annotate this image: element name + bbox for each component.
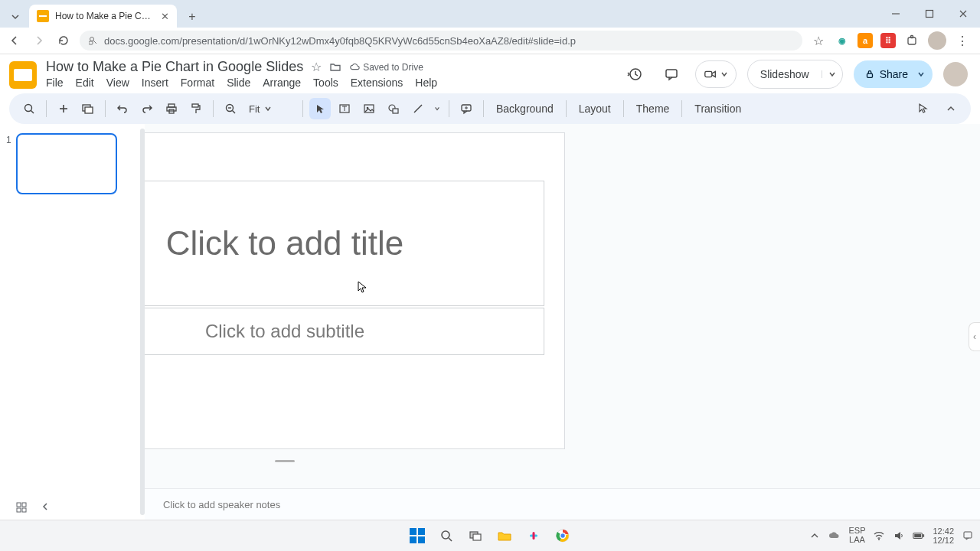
window-minimize[interactable] <box>879 0 913 28</box>
tab-close-icon[interactable]: ✕ <box>161 11 169 21</box>
url-text: docs.google.com/presentation/d/1wOrNKy12… <box>104 35 576 47</box>
menu-edit[interactable]: Edit <box>76 77 94 89</box>
extension-a[interactable]: a <box>858 33 873 48</box>
svg-rect-36 <box>22 503 26 507</box>
layout-button[interactable]: Layout <box>573 103 617 115</box>
menu-format[interactable]: Format <box>181 77 214 89</box>
clock[interactable]: 12:42 12/12 <box>933 527 954 545</box>
slide-canvas-area[interactable]: Click to add title Click to add subtitle <box>145 124 980 488</box>
slides-header: How to Make a Pie Chart in Google Slides… <box>0 54 980 89</box>
undo-button[interactable] <box>112 98 133 119</box>
file-explorer-icon[interactable] <box>495 526 514 546</box>
svg-rect-38 <box>22 508 26 512</box>
account-avatar[interactable] <box>943 62 968 86</box>
slideshow-button[interactable]: Slideshow <box>747 60 843 89</box>
svg-rect-30 <box>393 109 398 113</box>
slack-icon[interactable] <box>524 526 544 546</box>
zoom-tool-button[interactable] <box>220 98 241 119</box>
menu-arrange[interactable]: Arrange <box>263 77 301 89</box>
new-tab-button[interactable]: + <box>181 6 203 28</box>
background-button[interactable]: Background <box>490 103 560 115</box>
textbox-tool[interactable] <box>334 98 355 119</box>
save-status[interactable]: Saved to Drive <box>349 62 423 73</box>
menu-view[interactable]: View <box>106 77 129 89</box>
meet-button[interactable] <box>695 60 737 88</box>
svg-rect-8 <box>666 70 677 77</box>
notes-resize-handle[interactable] <box>275 460 295 462</box>
extension-red[interactable]: ⠿ <box>880 33 896 48</box>
tray-overflow-icon[interactable] <box>808 530 821 542</box>
tab-search-dropdown[interactable] <box>5 6 26 28</box>
task-view-icon[interactable] <box>466 526 485 546</box>
slide[interactable]: Click to add title Click to add subtitle <box>145 133 564 448</box>
side-panel-toggle[interactable]: ‹ <box>969 322 980 351</box>
taskbar-search-icon[interactable] <box>436 526 456 546</box>
menu-bar: File Edit View Insert Format Slide Arran… <box>46 77 437 89</box>
svg-rect-42 <box>473 534 481 540</box>
nav-reload[interactable] <box>55 32 72 49</box>
redo-button[interactable] <box>136 98 158 119</box>
window-maximize[interactable] <box>913 0 946 28</box>
image-tool[interactable] <box>358 98 380 119</box>
move-folder-icon[interactable] <box>329 61 341 73</box>
star-icon[interactable]: ☆ <box>311 60 322 74</box>
start-button[interactable] <box>407 526 427 546</box>
bookmark-star-icon[interactable]: ☆ <box>810 32 827 49</box>
new-slide-layout-dropdown[interactable] <box>77 98 99 119</box>
browser-tab[interactable]: How to Make a Pie Chart in Go... ✕ <box>29 5 177 28</box>
slide-thumbnail[interactable] <box>16 133 117 194</box>
chrome-icon[interactable] <box>553 526 573 546</box>
grid-view-icon[interactable] <box>15 501 28 514</box>
share-button[interactable]: Share <box>854 60 933 88</box>
menu-insert[interactable]: Insert <box>142 77 168 89</box>
zoom-dropdown[interactable]: Fit <box>244 103 296 115</box>
site-info-icon <box>89 36 98 45</box>
menu-help[interactable]: Help <box>415 77 437 89</box>
slideshow-dropdown[interactable] <box>822 70 842 78</box>
speaker-notes[interactable]: Click to add speaker notes <box>145 488 980 520</box>
search-menus-icon[interactable] <box>18 98 40 119</box>
title-placeholder[interactable]: Click to add title <box>145 181 544 306</box>
comment-tool[interactable] <box>456 98 477 119</box>
chrome-profile-avatar[interactable] <box>928 31 946 50</box>
svg-rect-35 <box>17 503 21 507</box>
version-history-icon[interactable] <box>622 61 648 87</box>
menu-extensions[interactable]: Extensions <box>351 77 403 89</box>
subtitle-placeholder[interactable]: Click to add subtitle <box>145 308 544 355</box>
chrome-menu-icon[interactable]: ⋮ <box>954 32 971 49</box>
svg-rect-6 <box>911 36 913 38</box>
line-tool[interactable] <box>407 98 429 119</box>
volume-icon[interactable] <box>893 530 905 542</box>
filmstrip-collapse-icon[interactable] <box>41 501 49 514</box>
line-tool-dropdown[interactable] <box>432 98 443 119</box>
nav-back[interactable] <box>6 32 23 49</box>
extensions-icon[interactable] <box>903 32 920 49</box>
share-dropdown[interactable] <box>917 70 925 78</box>
keyboard-layout[interactable]: LAA <box>849 536 865 545</box>
new-slide-button[interactable] <box>53 98 74 119</box>
battery-icon[interactable] <box>913 530 925 542</box>
select-tool[interactable] <box>309 98 331 119</box>
shape-tool[interactable] <box>383 98 404 119</box>
wifi-icon[interactable] <box>873 530 885 542</box>
menu-file[interactable]: File <box>46 77 64 89</box>
doc-title[interactable]: How to Make a Pie Chart in Google Slides <box>46 59 303 75</box>
comments-icon[interactable] <box>658 61 684 87</box>
menu-slide[interactable]: Slide <box>227 77 250 89</box>
transition-button[interactable]: Transition <box>688 103 747 115</box>
address-bar[interactable]: docs.google.com/presentation/d/1wOrNKy12… <box>80 31 802 51</box>
notifications-icon[interactable] <box>962 530 974 542</box>
menu-tools[interactable]: Tools <box>313 77 338 89</box>
svg-rect-44 <box>533 532 535 540</box>
extension-grammarly[interactable]: ◉ <box>835 33 850 48</box>
nav-forward[interactable] <box>31 32 47 49</box>
lock-icon <box>864 69 875 80</box>
collapse-toolbar-icon[interactable] <box>940 98 962 119</box>
mode-switcher[interactable] <box>913 98 934 119</box>
print-button[interactable] <box>161 98 182 119</box>
theme-button[interactable]: Theme <box>630 103 676 115</box>
slides-logo-icon[interactable] <box>9 61 37 89</box>
onedrive-icon[interactable] <box>828 530 841 542</box>
paint-format-button[interactable] <box>185 98 207 119</box>
window-close[interactable] <box>946 0 980 28</box>
